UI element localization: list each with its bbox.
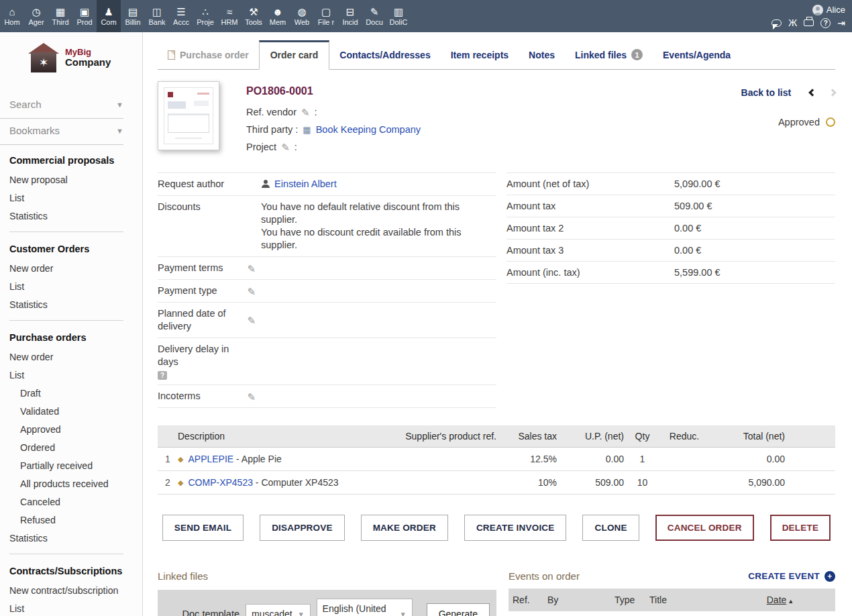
- column-header-sales-tax[interactable]: Sales tax: [496, 431, 557, 442]
- help-icon[interactable]: ?: [820, 18, 831, 28]
- sidebar-item-list[interactable]: List: [0, 366, 142, 384]
- previous-record-icon[interactable]: [808, 89, 816, 97]
- generate-button[interactable]: Generate: [427, 603, 490, 616]
- sidebar-item-ordered[interactable]: Ordered: [0, 438, 142, 456]
- back-to-list-link[interactable]: Back to list: [741, 87, 792, 98]
- info-line: You have no default relative discount fr…: [261, 201, 496, 226]
- column-header-total-net[interactable]: Total (net): [708, 431, 785, 442]
- edit-incoterms-icon[interactable]: ✎: [247, 391, 256, 401]
- amount-row-amount-tax-2: Amount tax 20.00 €: [507, 217, 835, 239]
- company-logo[interactable]: ✶ MyBig Company: [28, 43, 142, 72]
- logout-icon[interactable]: ⇥: [837, 18, 845, 28]
- column-header-reduc[interactable]: Reduc.: [661, 431, 708, 442]
- amount-value: 0.00 €: [674, 245, 835, 256]
- sidebar-item-new-proposal[interactable]: New proposal: [0, 170, 142, 189]
- request-author-link[interactable]: Einstein Albert: [274, 178, 337, 189]
- sidebar-item-list[interactable]: List: [0, 599, 142, 616]
- create-invoice-button[interactable]: CREATE INVOICE: [464, 515, 567, 541]
- topbar-item-hrm[interactable]: ≈HRM: [217, 0, 242, 32]
- topbar-item-commercial[interactable]: ♟Com: [97, 0, 121, 32]
- topbar-item-website[interactable]: ◍Web: [290, 0, 314, 32]
- chevron-down-icon: ▼: [298, 611, 305, 616]
- doc-template-select[interactable]: muscadet ▼: [246, 604, 311, 616]
- document-thumbnail[interactable]: [158, 81, 219, 150]
- sidebar-item-list[interactable]: List: [0, 189, 142, 207]
- topbar-item-incidents[interactable]: ⊟Incid: [338, 0, 362, 32]
- disapprove-button[interactable]: DISAPPROVE: [260, 515, 345, 541]
- chat-bubble-icon[interactable]: [771, 19, 782, 27]
- tab-item-receipts[interactable]: Item receipts: [441, 41, 519, 69]
- sidebar-item-canceled[interactable]: Canceled: [0, 493, 142, 511]
- tab-linked-files[interactable]: Linked files1: [565, 40, 653, 69]
- tab-purchase-order[interactable]: Purchase order: [158, 41, 259, 69]
- column-header-num: [158, 431, 178, 442]
- tab-events-agenda[interactable]: Events/Agenda: [653, 41, 741, 69]
- edit-ref-vendor-icon[interactable]: ✎: [301, 107, 310, 117]
- detail-label: Payment type✎: [158, 285, 261, 297]
- product-link[interactable]: APPLEPIE: [188, 454, 233, 464]
- sidebar-item-new-contract-subscription[interactable]: New contract/subscription: [0, 581, 142, 599]
- bookmarks-section-toggle[interactable]: Bookmarks ▼: [0, 119, 123, 145]
- topbar-item-accounting[interactable]: ☰Accc: [169, 0, 193, 32]
- create-event-link[interactable]: CREATE EVENT +: [748, 571, 835, 582]
- tab-contacts-addresses[interactable]: Contacts/Addresses: [329, 41, 440, 69]
- topbar-item-home[interactable]: ⌂Hom: [0, 0, 24, 32]
- column-header-by[interactable]: By: [547, 595, 615, 605]
- sort-asc-icon: ▲: [788, 598, 794, 605]
- topbar-item-third-parties[interactable]: ▦Third: [48, 0, 72, 32]
- ref-vendor-field: Ref. vendor ✎ :: [246, 105, 681, 119]
- topbar-item-projects[interactable]: ∴Proje: [193, 0, 217, 32]
- product-link[interactable]: COMP-XP4523: [188, 477, 252, 488]
- sidebar-item-statistics[interactable]: Statistics: [0, 207, 142, 225]
- column-header-supplier-s-product-ref[interactable]: Supplier's product ref.: [379, 431, 496, 442]
- sidebar-item-partially-received[interactable]: Partially received: [0, 456, 142, 474]
- send-email-button[interactable]: SEND EMAIL: [162, 515, 244, 541]
- sidebar-item-new-order[interactable]: New order: [0, 259, 142, 277]
- order-details-table: Request authorEinstein AlbertDiscountsYo…: [158, 172, 496, 408]
- column-header-ref[interactable]: Ref.: [513, 595, 547, 605]
- tab-notes[interactable]: Notes: [519, 41, 565, 69]
- sidebar-item-all-products-received[interactable]: All products received: [0, 474, 142, 493]
- sidebar-item-draft[interactable]: Draft: [0, 384, 142, 402]
- edit-project-icon[interactable]: ✎: [281, 142, 290, 152]
- topbar-item-bank[interactable]: ◫Bank: [145, 0, 169, 32]
- sidebar-section-purchase-orders: Purchase orders: [0, 322, 142, 348]
- sidebar-item-statistics[interactable]: Statistics: [0, 295, 142, 313]
- user-menu[interactable]: Alice: [812, 5, 845, 15]
- make-order-button[interactable]: MAKE ORDER: [361, 515, 448, 541]
- product-icon: ◆: [178, 455, 183, 463]
- column-header-date[interactable]: Date▲: [747, 595, 814, 605]
- sidebar-item-approved[interactable]: Approved: [0, 420, 142, 438]
- column-header-qty[interactable]: Qty: [624, 431, 661, 442]
- column-header-type[interactable]: Type: [615, 595, 649, 605]
- topbar-item-files[interactable]: ▢File r: [314, 0, 338, 32]
- edit-payment-terms-icon[interactable]: ✎: [247, 263, 256, 273]
- topbar-item-products[interactable]: ▣Prod: [72, 0, 97, 32]
- column-header-title[interactable]: Title: [649, 595, 747, 605]
- language-value: English (United St...: [323, 603, 394, 616]
- print-icon[interactable]: [804, 19, 814, 26]
- tab-order-card[interactable]: Order card: [259, 40, 330, 70]
- delete-button[interactable]: DELETE: [770, 515, 831, 541]
- topbar-item-tools[interactable]: ⚒Tools: [242, 0, 266, 32]
- search-section-toggle[interactable]: Search ▼: [0, 93, 123, 119]
- topbar-item-billing[interactable]: ▤Billin: [121, 0, 145, 32]
- column-header-description[interactable]: Description: [178, 431, 379, 442]
- column-header-u-p-net[interactable]: U.P. (net): [557, 431, 624, 442]
- sidebar-item-validated[interactable]: Validated: [0, 402, 142, 420]
- cancel-order-button[interactable]: CANCEL ORDER: [655, 515, 754, 541]
- edit-planned-date-of-delivery-icon[interactable]: ✎: [247, 315, 256, 325]
- topbar-item-documents[interactable]: ✎Docu: [362, 0, 386, 32]
- topbar-item-dolistore[interactable]: ▥DoliC: [386, 0, 411, 32]
- sidebar-item-list[interactable]: List: [0, 277, 142, 295]
- clone-button[interactable]: CLONE: [582, 515, 639, 541]
- sidebar-item-refused[interactable]: Refused: [0, 511, 142, 529]
- third-party-link[interactable]: Book Keeping Company: [316, 124, 421, 135]
- edit-payment-type-icon[interactable]: ✎: [247, 286, 256, 296]
- language-select[interactable]: English (United St... ▼: [317, 599, 413, 616]
- topbar-item-members[interactable]: ☻Mem: [266, 0, 290, 32]
- bug-report-icon[interactable]: Ж: [788, 18, 797, 28]
- sidebar-item-statistics[interactable]: Statistics: [0, 529, 142, 547]
- topbar-item-agenda[interactable]: ◷Ager: [24, 0, 48, 32]
- sidebar-item-new-order[interactable]: New order: [0, 348, 142, 366]
